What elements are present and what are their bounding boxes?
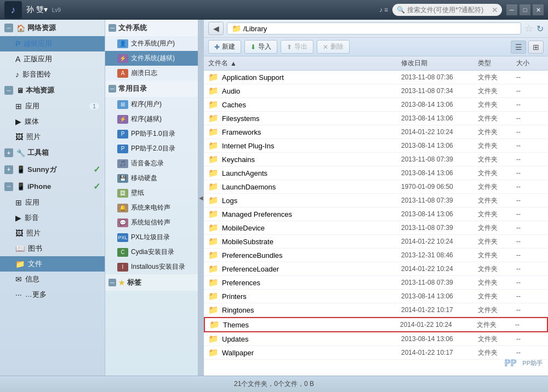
collapse-tags-btn[interactable]: ─ <box>109 279 116 286</box>
middle-item-fs-user[interactable]: 👤 文件系统(用户) <box>105 36 198 51</box>
refresh-button[interactable]: ↻ <box>536 24 544 34</box>
collapse-toolbox-btn[interactable]: + <box>4 148 13 157</box>
sidebar-item-media[interactable]: ▶ 媒体 <box>0 114 105 129</box>
table-row[interactable]: 📁 LaunchDaemons 1970-01-09 06:50 文件夹 -- <box>204 180 548 194</box>
collapse-network-btn[interactable]: ─ <box>4 24 13 32</box>
middle-item-wallpaper[interactable]: 🖼 壁纸 <box>105 186 198 200</box>
table-row[interactable]: 📁 Updates 2013-08-14 13:06 文件夹 -- <box>204 332 548 346</box>
search-clear-icon[interactable]: ✕ <box>492 5 498 14</box>
middle-item-pxl[interactable]: PXL PXL垃圾目录 <box>105 230 198 245</box>
export-button[interactable]: ⬆ 导出 <box>281 40 313 54</box>
file-name: Filesystems <box>222 114 260 123</box>
list-view-button[interactable]: ☰ <box>511 41 526 54</box>
collapse-local-btn[interactable]: ─ <box>4 86 13 95</box>
star-button[interactable]: ☆ <box>524 22 533 34</box>
file-size: -- <box>516 251 544 259</box>
middle-item-pp1[interactable]: P PP助手1.0目录 <box>105 126 198 141</box>
sidebar-section-sunnyga[interactable]: + 📱 Sunnyガ ✓ <box>0 161 105 178</box>
file-size: -- <box>516 279 544 286</box>
sidebar-item-ringtones[interactable]: ♪ 影音图铃 <box>0 67 105 82</box>
middle-item-crash-logs[interactable]: A 崩溃日志 <box>105 66 198 80</box>
sidebar-item-i-more[interactable]: ··· …更多 <box>0 287 105 302</box>
table-row[interactable]: 📁 PreferenceLoader 2014-01-22 10:24 文件夹 … <box>204 262 548 276</box>
table-row[interactable]: 📁 Ringtones 2014-01-22 10:17 文件夹 -- <box>204 303 548 317</box>
table-row[interactable]: 📁 Filesystems 2013-08-14 13:06 文件夹 -- <box>204 112 548 125</box>
middle-item-programs-user[interactable]: ⊞ 程序(用户) <box>105 97 198 112</box>
table-row[interactable]: 📁 Application Support 2013-11-08 07:36 文… <box>204 71 548 84</box>
media-icon: ▶ <box>15 117 21 126</box>
grid-view-button[interactable]: ⊞ <box>528 41 544 54</box>
middle-section-tags[interactable]: ─ ★ 标签 <box>105 274 198 291</box>
table-row[interactable]: 📁 MobileDevice 2013-11-08 07:39 文件夹 -- <box>204 221 548 235</box>
sidebar-item-i-files[interactable]: 📁 文件 <box>0 256 105 272</box>
table-row[interactable]: 📁 Keychains 2013-11-08 07:39 文件夹 -- <box>204 153 548 166</box>
table-row[interactable]: 📁 Themes 2014-01-22 10:24 文件夹 -- <box>204 317 548 332</box>
file-name: MobileDevice <box>222 224 265 232</box>
new-button[interactable]: ✚ 新建 <box>208 40 241 54</box>
sidebar-item-i-apps[interactable]: ⊞ 应用 <box>0 195 105 210</box>
table-row[interactable]: 📁 Audio 2013-11-08 07:34 文件夹 -- <box>204 84 548 98</box>
delete-button[interactable]: ✕ 删除 <box>317 40 350 54</box>
table-row[interactable]: 📁 MobileSubstrate 2014-01-22 10:24 文件夹 -… <box>204 235 548 249</box>
maximize-button[interactable]: □ <box>520 4 530 15</box>
cydia-label: Cydia安装目录 <box>131 247 174 257</box>
table-row[interactable]: 📁 Managed Preferences 2013-08-14 13:06 文… <box>204 207 548 221</box>
header-type[interactable]: 类型 <box>478 59 516 68</box>
middle-item-sys-sms[interactable]: 💬 系统短信铃声 <box>105 215 198 230</box>
middle-item-hdd[interactable]: 💾 移动硬盘 <box>105 171 198 186</box>
toolbar: ◀ 📁 /Library ☆ ↻ <box>204 20 548 38</box>
back-button[interactable]: ◀ <box>208 22 224 35</box>
sidebar-item-apps[interactable]: ⊞ 应用 1 <box>0 99 105 114</box>
voice-memo-label: 语音备忘录 <box>131 159 164 168</box>
search-bar[interactable]: 🔍 ✕ <box>392 4 502 16</box>
sidebar-item-i-media[interactable]: ▶ 影音 <box>0 210 105 226</box>
sidebar-section-toolbox[interactable]: + 🔧 工具箱 <box>0 145 105 161</box>
table-row[interactable]: 📁 Caches 2013-08-14 13:06 文件夹 -- <box>204 98 548 112</box>
file-date: 2014-01-22 10:24 <box>400 321 477 328</box>
table-row[interactable]: 📁 Internet Plug-Ins 2013-08-14 13:06 文件夹… <box>204 139 548 153</box>
sidebar-item-legit-apps[interactable]: A 正版应用 <box>0 51 105 67</box>
collapse-common-btn[interactable]: ─ <box>109 85 116 93</box>
sidebar-section-iphone[interactable]: ─ 📱 iPhone ✓ <box>0 178 105 195</box>
table-row[interactable]: 📁 PreferenceBundles 2013-12-31 08:46 文件夹… <box>204 249 548 262</box>
collapse-sunnyga-btn[interactable]: + <box>4 165 13 174</box>
folder-icon: 📁 <box>208 334 219 344</box>
middle-item-voice-memo[interactable]: 🎵 语音备忘录 <box>105 156 198 171</box>
table-row[interactable]: 📁 Wallpaper 2014-01-22 10:17 文件夹 -- <box>204 346 548 360</box>
collapse-filesystem-btn[interactable]: ─ <box>109 24 116 32</box>
minimize-button[interactable]: ─ <box>506 4 517 15</box>
table-row[interactable]: 📁 Logs 2013-11-08 07:39 文件夹 -- <box>204 194 548 207</box>
middle-section-filesystem[interactable]: ─ 文件系统 <box>105 20 198 36</box>
sidebar-section-network[interactable]: ─ 🏠 网络资源 <box>0 20 105 36</box>
header-date[interactable]: 修改日期 <box>401 59 478 68</box>
search-input[interactable] <box>407 6 489 14</box>
sidebar-item-i-info[interactable]: ✉ 信息 <box>0 272 105 287</box>
table-row[interactable]: 📁 LaunchAgents 2013-08-14 13:06 文件夹 -- <box>204 166 548 180</box>
sidebar-item-jailbreak-apps[interactable]: P 越狱应用 <box>0 36 105 51</box>
sidebar-item-i-books[interactable]: 📖 图书 <box>0 241 105 256</box>
middle-item-fs-jailbreak[interactable]: ⚡ 文件系统(越狱) <box>105 51 198 66</box>
app-logo: ♪ <box>4 1 22 19</box>
collapse-iphone-btn[interactable]: ─ <box>4 182 13 191</box>
table-row[interactable]: 📁 Printers 2013-08-14 13:06 文件夹 -- <box>204 290 548 303</box>
middle-item-installous[interactable]: I Installous安装目录 <box>105 260 198 274</box>
header-name[interactable]: 文件名 ▲ <box>208 59 401 68</box>
file-type: 文件夹 <box>478 155 516 164</box>
file-name: Ringtones <box>222 306 254 314</box>
middle-section-common[interactable]: ─ 常用目录 <box>105 80 198 97</box>
import-button[interactable]: ⬇ 导入 <box>244 40 277 54</box>
sidebar-section-local[interactable]: ─ 🖥 本地资源 <box>0 82 105 99</box>
middle-item-sys-ring[interactable]: 🔔 系统来电铃声 <box>105 200 198 215</box>
hdd-label: 移动硬盘 <box>131 174 157 183</box>
sidebar-item-i-photos[interactable]: 🖼 照片 <box>0 226 105 241</box>
middle-item-pp2[interactable]: P PP助手2.0目录 <box>105 141 198 156</box>
table-row[interactable]: 📁 Frameworks 2014-01-22 10:24 文件夹 -- <box>204 125 548 139</box>
file-date: 2013-08-14 13:06 <box>401 335 478 343</box>
close-button[interactable]: ✕ <box>533 4 544 15</box>
table-row[interactable]: 📁 Preferences 2013-11-08 07:39 文件夹 -- <box>204 276 548 290</box>
middle-item-programs-jb[interactable]: ⚡ 程序(越狱) <box>105 112 198 126</box>
collapse-handle[interactable]: ◀ <box>198 20 204 376</box>
middle-item-cydia[interactable]: C Cydia安装目录 <box>105 245 198 260</box>
header-size[interactable]: 大小 <box>516 59 544 68</box>
sidebar-item-photos[interactable]: 🖼 照片 <box>0 129 105 145</box>
